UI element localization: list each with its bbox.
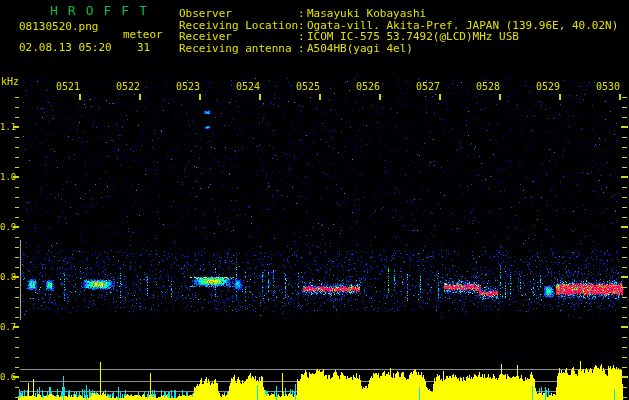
datetime: 02.08.13 05:20 — [19, 41, 112, 54]
time-axis-label: 0524 — [236, 81, 260, 92]
freq-axis-label: 1.1 — [0, 122, 16, 132]
info-label: Receiving antenna — [179, 42, 292, 55]
time-axis-label: 0521 — [56, 81, 80, 92]
time-axis-label: 0530 — [596, 81, 620, 92]
freq-axis-label: 0.6 — [0, 372, 16, 382]
time-axis-label: 0528 — [476, 81, 500, 92]
time-axis-label: 0526 — [356, 81, 380, 92]
freq-axis-label: 0.8 — [0, 272, 16, 282]
hrofft-screen: HROFFT 08130520.png meteor 02.08.13 05:2… — [0, 0, 629, 400]
mode-label: meteor — [123, 28, 163, 41]
time-axis-label: 0523 — [176, 81, 200, 92]
freq-unit-label: kHz — [1, 76, 19, 87]
freq-axis-label: 1.0 — [0, 172, 16, 182]
time-axis-label: 0527 — [416, 81, 440, 92]
meteor-count: 31 — [137, 41, 150, 54]
time-axis-label: 0529 — [536, 81, 560, 92]
freq-axis-label: 0.7 — [0, 322, 16, 332]
spectrogram-canvas — [0, 0, 629, 400]
time-axis-label: 0522 — [116, 81, 140, 92]
app-title: HROFFT — [50, 3, 157, 18]
info-value: A504HB(yagi 4el) — [307, 42, 413, 55]
filename: 08130520.png — [19, 20, 98, 33]
freq-axis-label: 0.9 — [0, 222, 16, 232]
time-axis-label: 0525 — [296, 81, 320, 92]
info-colon: : — [298, 42, 305, 55]
